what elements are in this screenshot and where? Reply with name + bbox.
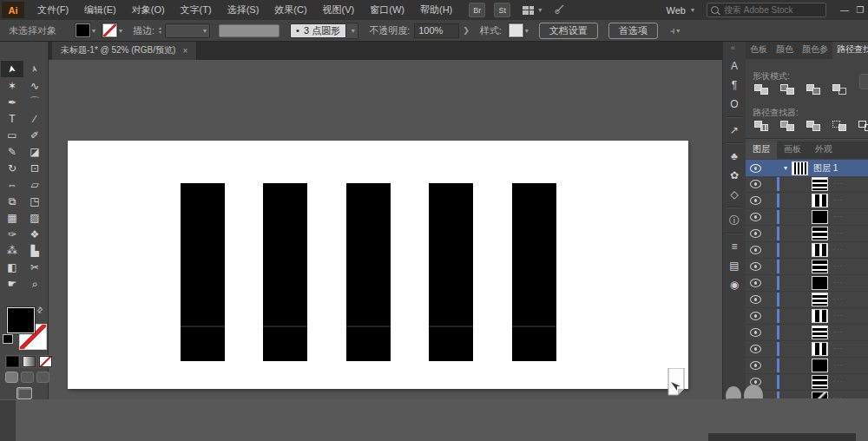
artwork-bar[interactable]: [512, 183, 556, 361]
merge-button[interactable]: [805, 119, 822, 132]
layer-row[interactable]: ···: [746, 193, 868, 209]
artwork-bar[interactable]: [263, 183, 307, 361]
paintbrush-tool[interactable]: ✐: [23, 127, 46, 143]
menu-list-panel-icon[interactable]: ≡: [723, 237, 746, 256]
document-setup-button[interactable]: 文档设置: [539, 23, 598, 39]
visibility-eye-icon[interactable]: [750, 180, 761, 188]
exclude-button[interactable]: [831, 82, 848, 95]
restore-button[interactable]: ❐: [852, 5, 868, 15]
badge-br[interactable]: Br: [469, 3, 485, 17]
draw-inside-mode[interactable]: [36, 372, 49, 383]
opacity-field[interactable]: 100%: [414, 23, 459, 38]
layers-tab-图层[interactable]: 图层: [746, 141, 777, 159]
line-segment-tool[interactable]: ∕: [23, 110, 46, 127]
visibility-eye-icon[interactable]: [750, 295, 761, 304]
width-tool[interactable]: ⇔: [1, 176, 23, 193]
artboards-panel-icon[interactable]: ▤: [723, 256, 746, 275]
trim-button[interactable]: [779, 119, 796, 132]
menu-item-6[interactable]: 视图(V): [315, 0, 363, 20]
layer-row[interactable]: ···: [746, 325, 868, 341]
unite-button[interactable]: [753, 82, 770, 95]
stroke-weight-combo[interactable]: ▾: [165, 23, 210, 38]
layer-row[interactable]: ···: [746, 226, 868, 242]
layer-row[interactable]: ···: [746, 292, 868, 308]
intersect-button[interactable]: [805, 82, 822, 95]
type-tool[interactable]: T: [1, 110, 23, 127]
direct-selection-tool[interactable]: ➢: [23, 61, 46, 77]
brush-definition-field[interactable]: • 3 点圆形: [290, 23, 346, 38]
visibility-eye-icon[interactable]: [750, 361, 761, 370]
blend-tool[interactable]: ❖: [23, 226, 46, 242]
crop-button[interactable]: [831, 119, 848, 132]
layer-row[interactable]: ···: [746, 341, 868, 358]
export-panel-icon[interactable]: ↗: [723, 121, 746, 140]
badge-st[interactable]: St: [494, 3, 510, 17]
outline-button[interactable]: [857, 119, 868, 132]
none-button[interactable]: [39, 356, 52, 367]
search-input[interactable]: [722, 4, 812, 16]
artwork-bar[interactable]: [346, 183, 391, 361]
style-swatch[interactable]: [509, 23, 523, 37]
character-panel-icon[interactable]: A: [723, 56, 746, 76]
lasso-tool[interactable]: ∿: [23, 77, 46, 94]
layer-row[interactable]: ···: [746, 259, 868, 275]
symbol-sprayer-tool[interactable]: ⁂: [1, 242, 23, 259]
menu-item-2[interactable]: 对象(O): [124, 0, 173, 20]
info-panel-icon[interactable]: ⓘ: [723, 211, 746, 230]
layers-tab-画板[interactable]: 画板: [777, 141, 808, 159]
divide-button[interactable]: [753, 119, 770, 132]
artwork-bar[interactable]: [429, 183, 473, 361]
menu-item-7[interactable]: 窗口(W): [362, 0, 412, 20]
stroke-weight-stepper[interactable]: ▴▾: [159, 26, 161, 35]
stroke-color-swatch[interactable]: [102, 23, 117, 37]
paragraph-panel-icon[interactable]: ¶: [723, 76, 746, 95]
minus-front-button[interactable]: [779, 82, 796, 95]
eyedropper-tool[interactable]: ✑: [1, 226, 23, 242]
panel-tab-路径查找器[interactable]: 路径查找器: [832, 41, 868, 59]
column-graph-tool[interactable]: ▙: [23, 242, 46, 259]
asset-export-panel-icon[interactable]: ◉: [723, 275, 746, 294]
rotate-tool[interactable]: ↻: [1, 160, 23, 176]
gradient-tool[interactable]: ▨: [23, 209, 46, 226]
eraser-tool[interactable]: ◪: [23, 143, 46, 160]
chevron-right-icon[interactable]: ❯: [463, 26, 470, 35]
panel-tab-颜色参[interactable]: 颜色参: [798, 41, 832, 59]
close-tab-icon[interactable]: ×: [182, 46, 187, 56]
preferences-button[interactable]: 首选项: [608, 23, 658, 39]
layers-tab-外观[interactable]: 外观: [808, 141, 839, 159]
magic-wand-tool[interactable]: ✶: [1, 77, 23, 94]
default-fill-stroke-icon[interactable]: [3, 334, 13, 344]
visibility-eye-icon[interactable]: [750, 345, 761, 353]
expand-button-partial[interactable]: [859, 74, 868, 89]
pen-tool[interactable]: ✒: [1, 94, 23, 110]
visibility-eye-icon[interactable]: [750, 262, 761, 271]
workspace-layout-control[interactable]: ▾: [523, 6, 542, 15]
hand-tool[interactable]: ☛: [1, 275, 23, 292]
shape-builder-tool[interactable]: ⧉: [1, 193, 23, 209]
visibility-eye-icon[interactable]: [750, 246, 761, 254]
brushes-panel-icon[interactable]: ✿: [723, 166, 746, 185]
selection-tool[interactable]: ➤: [1, 61, 23, 77]
brush-dropdown[interactable]: ▾: [346, 23, 358, 39]
expand-chevron-icon[interactable]: ▾: [784, 164, 787, 172]
fill-color-indicator[interactable]: [7, 307, 35, 333]
layer-row[interactable]: ···: [746, 176, 868, 193]
stroke-panel-icon[interactable]: ◇: [723, 185, 746, 204]
layer-row[interactable]: ···: [746, 358, 868, 374]
screen-mode-button[interactable]: [16, 387, 32, 399]
visibility-eye-icon[interactable]: [750, 328, 761, 337]
document-tab[interactable]: 未标题-1* @ 52% (RGB/预览) ×: [52, 41, 197, 60]
menu-item-1[interactable]: 编辑(E): [76, 0, 124, 20]
layer-name[interactable]: 图层 1: [813, 162, 838, 174]
visibility-eye-icon[interactable]: [750, 196, 761, 205]
scale-tool[interactable]: ⊡: [23, 160, 46, 176]
minimize-button[interactable]: —: [837, 5, 852, 15]
visibility-eye-icon[interactable]: [750, 164, 761, 173]
visibility-eye-icon[interactable]: [750, 213, 761, 221]
visibility-eye-icon[interactable]: [750, 312, 761, 320]
canvas-pasteboard[interactable]: [49, 60, 722, 399]
stock-search[interactable]: [707, 3, 826, 17]
curvature-tool[interactable]: ⌒: [23, 94, 46, 110]
color-button[interactable]: [6, 356, 19, 367]
panel-tab-色板[interactable]: 色板: [746, 41, 772, 59]
